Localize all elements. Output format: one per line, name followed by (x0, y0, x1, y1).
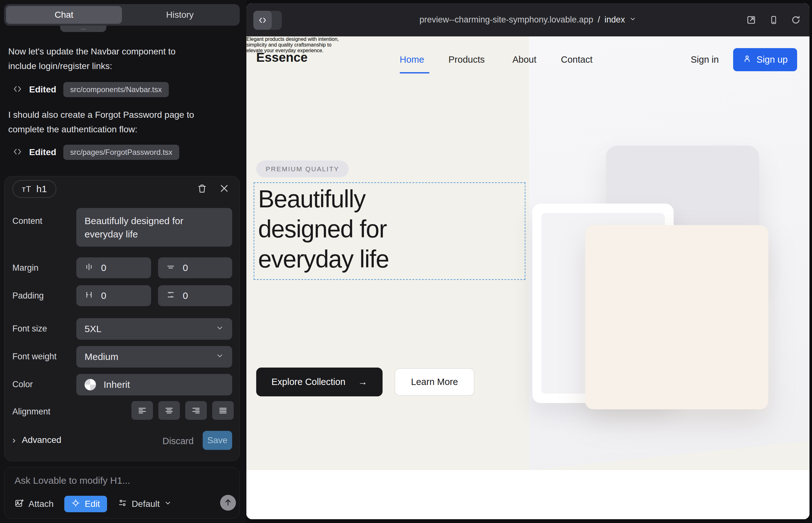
color-label: Color (12, 380, 33, 390)
chevron-down-icon (164, 499, 172, 509)
nav-link-about[interactable]: About (512, 54, 536, 65)
margin-x-icon (85, 263, 93, 273)
learn-more-button[interactable]: Learn More (394, 368, 474, 396)
align-justify-button[interactable] (212, 401, 234, 420)
chevron-down-icon (216, 351, 224, 362)
color-select[interactable]: Inherit (76, 374, 232, 395)
url-separator: / (598, 15, 600, 25)
chat-sidebar: Chat History ... Now let's update the Na… (0, 0, 246, 523)
sidebar-tabs: Chat History (4, 4, 240, 26)
edit-mode-button[interactable]: Edit (64, 496, 107, 512)
padding-x-input[interactable]: 0 (76, 285, 151, 306)
padding-y-input[interactable]: 0 (158, 285, 232, 306)
margin-y-icon (166, 263, 175, 273)
premium-badge: PREMIUM QUALITY (256, 161, 349, 177)
mode-select[interactable]: Default (118, 498, 172, 510)
open-external-button[interactable] (746, 15, 756, 25)
hero-heading[interactable]: Beautifully designed for everyday life (258, 184, 389, 274)
tab-history[interactable]: History (122, 6, 238, 24)
code-icon (13, 84, 22, 95)
refresh-button[interactable] (791, 15, 800, 25)
target-icon (71, 499, 80, 510)
close-panel-button[interactable] (219, 183, 229, 194)
prompt-input[interactable] (15, 475, 217, 486)
margin-label: Margin (12, 263, 39, 273)
align-left-button[interactable] (131, 401, 153, 420)
arrow-right-icon: → (358, 377, 367, 387)
composer: Attach Edit Default (4, 467, 240, 519)
mobile-view-button[interactable] (769, 15, 778, 25)
preview-toolbar: preview--charming-site-symphony.lovable.… (246, 3, 810, 36)
assistant-message: I should also create a Forgot Password p… (8, 108, 235, 137)
typography-icon: ᴛT (22, 184, 31, 194)
chevron-down-icon (216, 324, 224, 334)
advanced-toggle[interactable]: › Advanced (12, 435, 61, 446)
padding-label: Padding (12, 291, 44, 301)
decor-card-cream (585, 225, 768, 409)
margin-y-input[interactable]: 0 (158, 257, 232, 278)
padding-y-icon (166, 290, 175, 301)
sliders-icon (118, 498, 127, 510)
clipped-file-chip: ... (60, 26, 106, 32)
url-host: preview--charming-site-symphony.lovable.… (420, 15, 594, 25)
content-label: Content (12, 216, 42, 226)
discard-button[interactable]: Discard (162, 436, 194, 446)
file-chip[interactable]: src/pages/ForgotPassword.tsx (63, 145, 180, 160)
attach-button[interactable]: Attach (15, 498, 54, 510)
section-below-hero (246, 470, 810, 519)
align-right-button[interactable] (185, 401, 207, 420)
preview-window: preview--charming-site-symphony.lovable.… (246, 3, 810, 519)
url-breadcrumb[interactable]: preview--charming-site-symphony.lovable.… (246, 3, 810, 36)
margin-x-input[interactable]: 0 (76, 257, 151, 278)
element-tag-badge: ᴛT h1 (12, 180, 56, 198)
tab-chat[interactable]: Chat (6, 6, 122, 24)
color-swatch (85, 379, 96, 390)
arrow-up-icon (224, 498, 232, 508)
send-button[interactable] (220, 495, 236, 511)
code-icon (13, 147, 22, 158)
assistant-message: Now let's update the Navbar component to… (8, 44, 235, 73)
font-size-select[interactable]: 5XL (76, 318, 232, 340)
font-weight-select[interactable]: Medium (76, 346, 232, 367)
content-textarea[interactable]: Beautifully designed for everyday life (76, 208, 232, 247)
edited-label: Edited (29, 147, 56, 157)
save-button[interactable]: Save (203, 431, 232, 450)
active-nav-underline (400, 72, 429, 73)
font-size-label: Font size (12, 324, 47, 334)
nav-link-products[interactable]: Products (448, 54, 484, 65)
nav-link-contact[interactable]: Contact (561, 54, 593, 65)
alignment-label: Alignment (12, 407, 50, 417)
site-canvas: Essence Home Products About Contact Sign… (246, 36, 810, 519)
user-icon (743, 54, 752, 65)
explore-collection-button[interactable]: Explore Collection → (256, 367, 383, 396)
element-tag: h1 (36, 184, 47, 194)
align-center-button[interactable] (158, 401, 180, 420)
padding-x-icon (85, 290, 93, 301)
element-inspector-panel: ᴛT h1 Content Beautifully designed for e… (4, 176, 240, 461)
image-icon (15, 498, 24, 510)
chevron-right-icon: › (12, 435, 16, 446)
nav-link-home[interactable]: Home (400, 54, 424, 65)
edited-file-row: Edited src/components/Navbar.tsx (13, 82, 169, 97)
site-logo[interactable]: Essence (256, 50, 307, 65)
sign-in-link[interactable]: Sign in (691, 54, 719, 65)
edited-label: Edited (29, 85, 56, 95)
font-weight-label: Font weight (12, 352, 57, 362)
url-page: index (604, 15, 625, 25)
sign-up-button[interactable]: Sign up (733, 48, 797, 71)
file-chip[interactable]: src/components/Navbar.tsx (63, 82, 169, 97)
delete-element-button[interactable] (197, 183, 207, 194)
edited-file-row: Edited src/pages/ForgotPassword.tsx (13, 144, 179, 160)
chevron-down-icon (629, 15, 636, 25)
